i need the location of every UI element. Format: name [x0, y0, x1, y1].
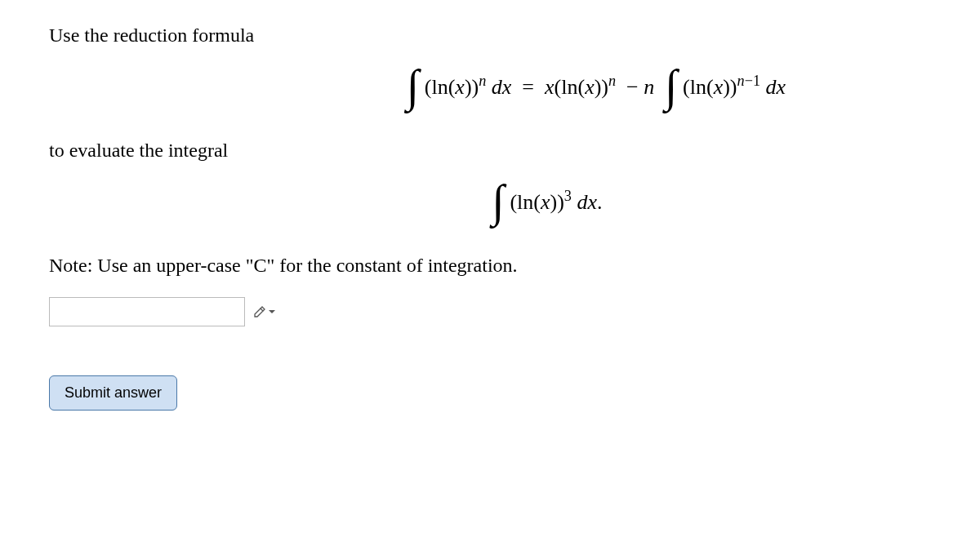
equation-editor-icon[interactable] — [253, 305, 276, 318]
answer-input[interactable] — [49, 297, 245, 326]
problem-text-line2: to evaluate the integral — [49, 140, 931, 162]
submit-button[interactable]: Submit answer — [49, 375, 177, 411]
problem-text-line1: Use the reduction formula — [49, 24, 931, 47]
answer-row — [49, 297, 931, 326]
problem-note: Note: Use an upper-case "C" for the cons… — [49, 255, 931, 277]
target-integral: ∫ (ln(x))3 dx. — [49, 178, 931, 230]
reduction-formula: ∫ (ln(x))n dx = x(ln(x))n − n ∫ (ln(x))n… — [49, 63, 931, 115]
